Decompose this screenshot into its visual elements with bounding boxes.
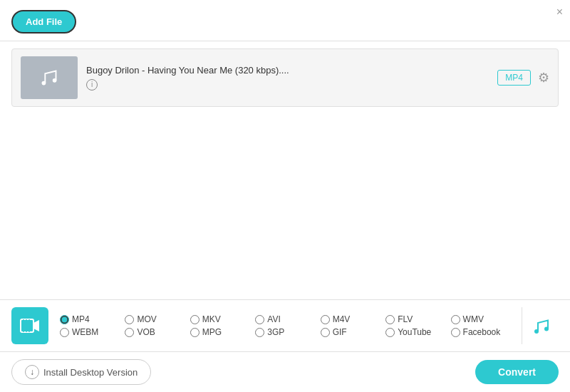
close-icon: × xyxy=(556,6,563,18)
svg-rect-2 xyxy=(21,319,33,332)
install-desktop-button[interactable]: ↓ Install Desktop Version xyxy=(11,359,151,385)
settings-icon[interactable]: ⚙ xyxy=(538,70,549,86)
format-facebook[interactable]: Facebook xyxy=(451,327,516,337)
format-m4v[interactable]: M4V xyxy=(321,314,385,324)
file-name: Bugoy Drilon - Having You Near Me (320 k… xyxy=(86,65,489,76)
video-format-icon-box xyxy=(11,307,48,344)
svg-point-8 xyxy=(544,327,549,331)
format-badge[interactable]: MP4 xyxy=(497,70,531,86)
install-label: Install Desktop Version xyxy=(43,367,138,378)
format-section: MP4 MOV MKV AVI M4V FLV WMV WEBM xyxy=(0,300,570,352)
video-icon xyxy=(20,316,40,336)
bottom-bar: MP4 MOV MKV AVI M4V FLV WMV WEBM xyxy=(0,299,570,392)
format-vob[interactable]: VOB xyxy=(125,327,190,337)
format-webm[interactable]: WEBM xyxy=(60,327,125,337)
format-wmv[interactable]: WMV xyxy=(451,314,516,324)
convert-button[interactable]: Convert xyxy=(475,360,559,384)
format-gif[interactable]: GIF xyxy=(321,327,385,337)
audio-format-icon-box xyxy=(522,307,559,344)
audio-icon xyxy=(531,316,551,336)
format-avi[interactable]: AVI xyxy=(255,314,320,324)
format-mov[interactable]: MOV xyxy=(125,314,190,324)
download-icon: ↓ xyxy=(25,365,39,379)
add-file-button[interactable]: Add File xyxy=(11,10,76,33)
svg-point-0 xyxy=(42,81,46,86)
format-mkv[interactable]: MKV xyxy=(190,314,255,324)
close-button[interactable]: × xyxy=(556,6,563,19)
footer-bar: ↓ Install Desktop Version Convert xyxy=(0,352,570,392)
info-icon[interactable]: i xyxy=(86,79,98,91)
format-youtube[interactable]: YouTube xyxy=(385,327,450,337)
file-thumbnail xyxy=(21,56,78,99)
file-list: Bugoy Drilon - Having You Near Me (320 k… xyxy=(0,41,570,114)
file-actions: MP4 ⚙ xyxy=(497,70,549,86)
format-3gp[interactable]: 3GP xyxy=(255,327,320,337)
header: Add File xyxy=(0,0,570,41)
file-info: Bugoy Drilon - Having You Near Me (320 k… xyxy=(86,65,489,91)
format-flv[interactable]: FLV xyxy=(385,314,450,324)
format-mp4[interactable]: MP4 xyxy=(60,314,125,324)
svg-point-1 xyxy=(53,78,57,83)
svg-point-7 xyxy=(534,329,539,334)
svg-marker-3 xyxy=(33,320,39,331)
file-item: Bugoy Drilon - Having You Near Me (320 k… xyxy=(11,48,559,107)
format-grid: MP4 MOV MKV AVI M4V FLV WMV WEBM xyxy=(60,314,516,337)
format-mpg[interactable]: MPG xyxy=(190,327,255,337)
music-thumbnail-icon xyxy=(36,64,63,91)
